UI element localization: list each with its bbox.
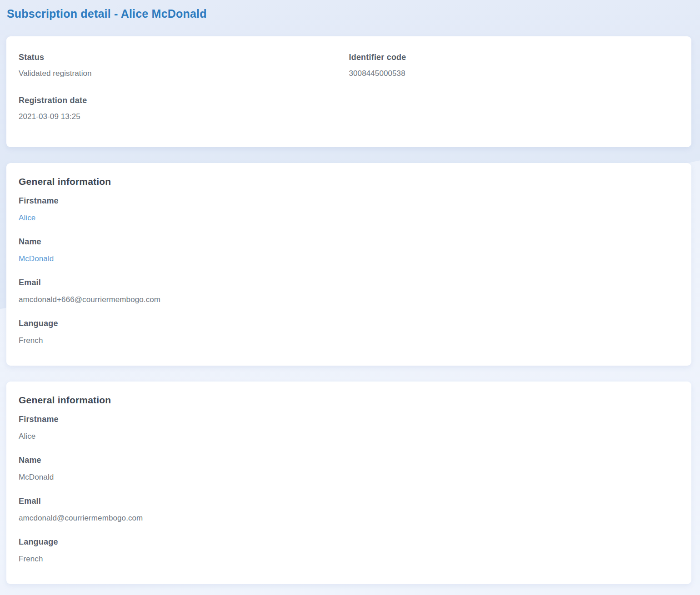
name-label: Name <box>19 456 679 465</box>
language-label: Language <box>19 319 679 328</box>
summary-fields-grid: Status Validated registration Identifier… <box>19 53 679 121</box>
field-identifier-code: Identifier code 3008445000538 <box>349 53 680 78</box>
email-label: Email <box>19 496 679 506</box>
field-email: Email amcdonald@courriermembogo.com <box>19 496 679 522</box>
email-value: amcdonald+666@courriermembogo.com <box>19 296 679 304</box>
field-language: Language French <box>19 537 679 563</box>
registration-date-value: 2021-03-09 13:25 <box>19 113 349 121</box>
name-value-link[interactable]: McDonald <box>19 254 54 263</box>
firstname-label: Firstname <box>19 196 679 205</box>
field-firstname: Firstname Alice <box>19 415 679 441</box>
identifier-code-value: 3008445000538 <box>349 69 680 78</box>
card-heading: General information <box>19 176 679 187</box>
subscription-summary-card: Status Validated registration Identifier… <box>6 36 691 147</box>
field-email: Email amcdonald+666@courriermembogo.com <box>19 278 679 304</box>
card-heading: General information <box>19 395 679 406</box>
identifier-code-label: Identifier code <box>349 53 680 62</box>
field-name: Name McDonald <box>19 456 679 481</box>
firstname-label: Firstname <box>19 415 679 424</box>
email-value: amcdonald@courriermembogo.com <box>19 514 679 522</box>
general-information-card-1: General information Firstname Alice Name… <box>6 163 691 366</box>
subscription-detail-page: Subscription detail - Alice McDonald Sta… <box>0 0 700 584</box>
language-label: Language <box>19 537 679 546</box>
name-value: McDonald <box>19 473 679 481</box>
language-value: French <box>19 337 679 345</box>
email-label: Email <box>19 278 679 287</box>
registration-date-label: Registration date <box>19 96 349 105</box>
firstname-value-link[interactable]: Alice <box>19 213 35 222</box>
general-information-card-2: General information Firstname Alice Name… <box>6 382 691 584</box>
field-firstname: Firstname Alice <box>19 196 679 222</box>
status-value: Validated registration <box>19 69 349 78</box>
field-name: Name McDonald <box>19 237 679 263</box>
firstname-value: Alice <box>19 432 679 441</box>
language-value: French <box>19 555 679 563</box>
field-language: Language French <box>19 319 679 345</box>
page-title: Subscription detail - Alice McDonald <box>7 0 700 21</box>
name-label: Name <box>19 237 679 246</box>
field-status: Status Validated registration <box>19 53 349 78</box>
field-registration-date: Registration date 2021-03-09 13:25 <box>19 96 349 121</box>
status-label: Status <box>19 53 349 62</box>
